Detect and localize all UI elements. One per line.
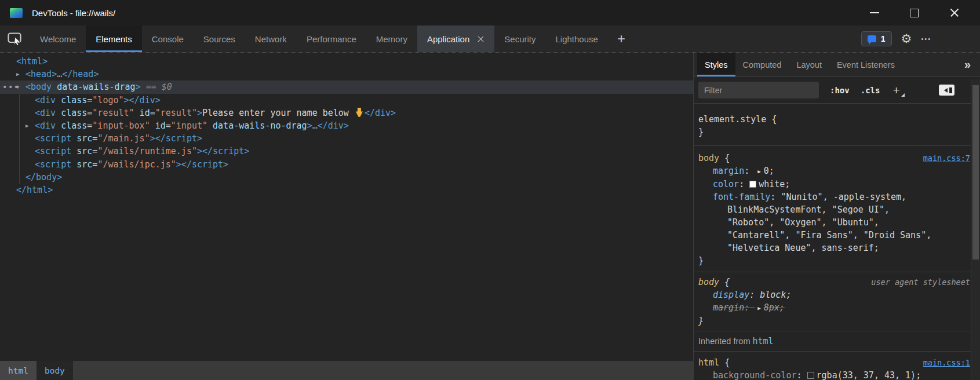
tab-network[interactable]: Network <box>245 25 297 52</box>
inherited-from-header: Inherited from html <box>694 331 971 352</box>
dom-tree-row[interactable]: ▶<div class="input-box" id="input" data-… <box>0 119 693 132</box>
color-swatch[interactable] <box>807 372 814 379</box>
elements-panel: <html>▶<head>…</head>•••▼<body data-wail… <box>0 53 694 380</box>
styles-tab-bar: Styles Computed Layout Event Listeners » <box>694 53 980 77</box>
breadcrumb-item-html[interactable]: html <box>0 361 37 380</box>
breadcrumb-item-body[interactable]: body <box>37 361 73 380</box>
rule-selector[interactable]: main.css:1html { <box>698 356 970 369</box>
rule-origin: user agent stylesheet <box>871 276 970 288</box>
inherited-node-link[interactable]: html <box>753 336 774 346</box>
tab-security[interactable]: Security <box>494 25 545 52</box>
css-property[interactable]: color: white; <box>698 178 970 191</box>
css-property[interactable]: font-family: "Nunito", -apple-system, <box>698 191 970 203</box>
devtools-content: <html>▶<head>…</head>•••▼<body data-wail… <box>0 52 980 380</box>
dom-tree-row[interactable]: ▶<head>…</head> <box>0 68 693 81</box>
expand-arrow-icon[interactable]: ▶ <box>25 119 28 132</box>
tab-elements[interactable]: Elements <box>86 25 142 52</box>
styles-sidebar: Styles Computed Layout Event Listeners »… <box>694 53 980 380</box>
window-titlebar: DevTools - file://wails/ <box>0 0 980 25</box>
toolbar-right-group: 1 ⚙ ••• <box>861 25 931 52</box>
close-button[interactable] <box>934 0 974 25</box>
panel-bar-icon <box>949 87 952 93</box>
more-tools-button[interactable]: + <box>608 25 635 52</box>
plus-icon: + <box>617 31 625 47</box>
pointing-down-emoji <box>356 108 363 117</box>
tab-performance[interactable]: Performance <box>297 25 366 52</box>
styles-sections: element.style {}main.css:7body {margin: … <box>694 104 971 380</box>
tab-layout[interactable]: Layout <box>789 53 829 76</box>
rule-origin[interactable]: main.css:7 <box>923 152 970 165</box>
tab-memory[interactable]: Memory <box>366 25 417 52</box>
style-rule: element.style {} <box>694 104 971 146</box>
scrollbar-thumb[interactable] <box>972 85 979 260</box>
plus-icon: + <box>892 83 899 97</box>
css-property[interactable]: display: block; <box>698 288 970 301</box>
inherited-label: Inherited from <box>698 337 753 346</box>
css-property-continuation: "Helvetica Neue", sans-serif; <box>698 242 970 254</box>
window-controls <box>854 0 974 25</box>
dom-tree-row[interactable]: <script src="/wails/runtime.js"></script… <box>0 145 693 158</box>
new-style-rule-button[interactable]: + <box>892 83 904 97</box>
dom-tree-row[interactable]: •••▼<body data-wails-drag> == $0 <box>0 81 693 93</box>
devtools-toolbar: Welcome Elements Console Sources Network… <box>0 25 980 52</box>
dom-tree-row[interactable]: <script src="/main.js"></script> <box>0 132 693 145</box>
close-tab-icon[interactable] <box>477 35 484 43</box>
dom-tree-row[interactable]: </html> <box>0 184 693 196</box>
css-property[interactable]: margin: ▶0; <box>698 165 970 178</box>
style-rule: user agent stylesheetbody {display: bloc… <box>694 272 971 331</box>
styles-filter-bar: :hov .cls + <box>694 77 980 104</box>
collapse-arrow-icon[interactable]: ▼ <box>16 81 19 93</box>
minimize-button[interactable] <box>854 0 894 25</box>
tab-styles[interactable]: Styles <box>697 53 735 76</box>
rule-selector[interactable]: main.css:7body { <box>698 152 970 165</box>
inspect-cursor-icon <box>8 32 23 45</box>
devtools-app-icon <box>10 8 23 18</box>
element-classes-button[interactable]: .cls <box>861 86 880 95</box>
style-rule: main.css:1html {background-color: rgba(3… <box>694 352 971 380</box>
dom-tree-row[interactable]: <div class="logo"></div> <box>0 94 693 107</box>
maximize-icon <box>910 9 919 17</box>
rule-selector[interactable]: user agent stylesheetbody { <box>698 276 970 288</box>
chevron-double-right-icon: » <box>964 58 971 71</box>
dom-tree-row[interactable]: <html> <box>0 55 693 68</box>
more-tabs-button[interactable]: » <box>964 53 971 76</box>
tab-welcome[interactable]: Welcome <box>30 25 86 52</box>
closing-brace: } <box>698 126 970 138</box>
customize-devtools-button[interactable]: ••• <box>921 35 931 42</box>
breadcrumb: html body <box>0 361 693 380</box>
dom-tree-row[interactable]: </body> <box>0 171 693 184</box>
tab-event-listeners[interactable]: Event Listeners <box>829 53 902 76</box>
expand-shorthand-icon[interactable]: ▶ <box>757 302 760 315</box>
expand-shorthand-icon[interactable]: ▶ <box>757 165 760 178</box>
dom-tree-row[interactable]: <div class="result" id="result">Please e… <box>0 107 693 119</box>
css-property[interactable]: margin: ▶8px; <box>698 301 970 315</box>
css-property-continuation: "Cantarell", "Fira Sans", "Droid Sans", <box>698 229 970 242</box>
color-swatch[interactable] <box>749 181 756 188</box>
tab-console[interactable]: Console <box>142 25 194 52</box>
toggle-element-state-button[interactable]: :hov <box>830 86 850 95</box>
tab-computed[interactable]: Computed <box>735 53 789 76</box>
dom-tree: <html>▶<head>…</head>•••▼<body data-wail… <box>0 53 693 361</box>
settings-button[interactable]: ⚙ <box>901 32 912 46</box>
issues-counter-button[interactable]: 1 <box>861 31 892 46</box>
window-title: DevTools - file://wails/ <box>32 8 115 18</box>
gear-icon: ⚙ <box>901 32 912 46</box>
rule-selector[interactable]: element.style { <box>698 113 970 126</box>
styles-scrollbar[interactable] <box>971 79 980 380</box>
computed-styles-sidebar-toggle[interactable] <box>939 85 955 96</box>
tab-lighthouse[interactable]: Lighthouse <box>546 25 608 52</box>
css-property[interactable]: background-color: rgba(33, 37, 43, 1); <box>698 369 970 380</box>
css-property-continuation: BlinkMacSystemFont, "Segoe UI", <box>698 203 970 216</box>
style-rule: main.css:7body {margin: ▶0;color: white;… <box>694 146 971 272</box>
tab-application[interactable]: Application <box>417 25 494 52</box>
dom-tree-row[interactable]: <script src="/wails/ipc.js"></script> <box>0 158 693 171</box>
inspect-element-button[interactable] <box>0 25 30 52</box>
closing-brace: } <box>698 254 970 267</box>
styles-filter-input[interactable] <box>698 82 819 98</box>
expand-arrow-icon[interactable]: ▶ <box>16 68 19 81</box>
tab-sources[interactable]: Sources <box>194 25 245 52</box>
dropdown-corner-icon <box>901 93 905 97</box>
rule-origin[interactable]: main.css:1 <box>923 356 970 369</box>
maximize-button[interactable] <box>894 0 934 25</box>
closing-brace: } <box>698 315 970 327</box>
